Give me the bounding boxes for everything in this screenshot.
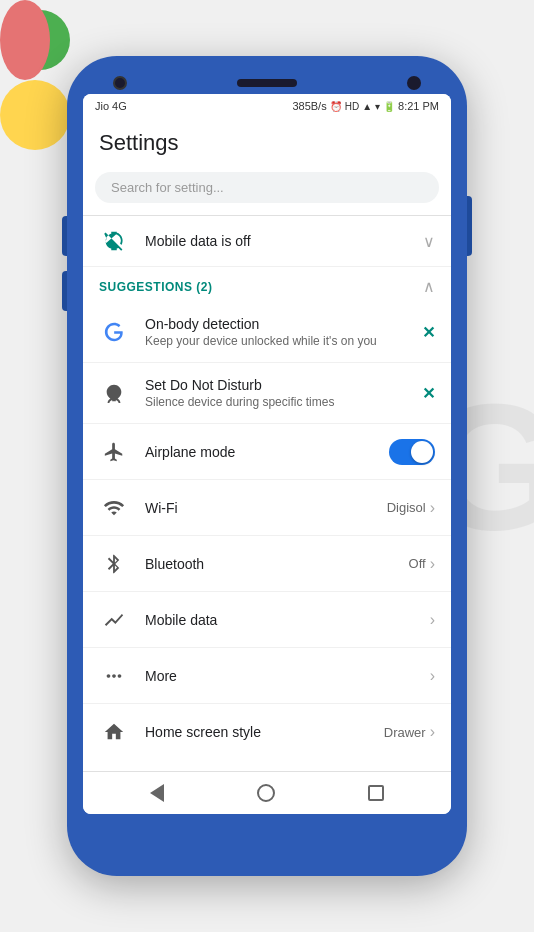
airplane-content: Airplane mode xyxy=(145,444,389,460)
home-screen-chevron-icon: › xyxy=(430,723,435,741)
signal-icon: ▲ xyxy=(362,101,372,112)
airplane-icon xyxy=(99,441,129,463)
bluetooth-value: Off xyxy=(409,556,426,571)
chevron-up-icon: ∧ xyxy=(423,277,435,296)
wifi-title: Wi-Fi xyxy=(145,500,387,516)
more-icon xyxy=(99,665,129,687)
on-body-subtitle: Keep your device unlocked while it's on … xyxy=(145,334,422,348)
airplane-toggle-container[interactable] xyxy=(389,439,435,465)
setting-item-home-screen[interactable]: Home screen style Drawer › xyxy=(83,704,451,760)
navigation-bar xyxy=(83,771,451,814)
wifi-status-icon: ▾ xyxy=(375,101,380,112)
back-button[interactable] xyxy=(150,784,164,802)
mobile-data-off-content: Mobile data is off xyxy=(145,233,423,249)
suggestions-header[interactable]: SUGGESTIONS (2) ∧ xyxy=(83,267,451,302)
dnd-title: Set Do Not Disturb xyxy=(145,377,422,393)
phone-bottom xyxy=(83,814,451,826)
dnd-dismiss[interactable]: ✕ xyxy=(422,384,435,403)
mobile-data-chevron-icon: › xyxy=(430,611,435,629)
suggestion-item-on-body[interactable]: On-body detection Keep your device unloc… xyxy=(83,302,451,363)
airplane-title: Airplane mode xyxy=(145,444,389,460)
mobile-data-off-icon xyxy=(99,230,129,252)
alarm-icon: ⏰ xyxy=(330,101,342,112)
phone-top xyxy=(83,72,451,94)
home-button[interactable] xyxy=(257,784,275,802)
google-icon xyxy=(99,321,129,343)
phone-screen: Jio 4G 385B/s ⏰ HD ▲ ▾ 🔋 8:21 PM Setting… xyxy=(83,94,451,814)
close-icon[interactable]: ✕ xyxy=(422,384,435,403)
bluetooth-content: Bluetooth xyxy=(145,556,409,572)
dnd-icon xyxy=(99,382,129,404)
setting-item-more[interactable]: More › xyxy=(83,648,451,704)
power-button[interactable] xyxy=(467,196,472,256)
time-label: 8:21 PM xyxy=(398,100,439,112)
wifi-chevron-icon: › xyxy=(430,499,435,517)
dnd-content: Set Do Not Disturb Silence device during… xyxy=(145,377,422,409)
more-content: More xyxy=(145,668,430,684)
volume-up-button[interactable] xyxy=(62,216,67,256)
suggestion-item-dnd[interactable]: Set Do Not Disturb Silence device during… xyxy=(83,363,451,424)
mobile-data-chevron-container: › xyxy=(430,611,435,629)
suggestions-label: SUGGESTIONS (2) xyxy=(99,280,213,294)
setting-item-bluetooth[interactable]: Bluetooth Off › xyxy=(83,536,451,592)
more-title: More xyxy=(145,668,430,684)
bluetooth-value-container: Off › xyxy=(409,555,435,573)
home-screen-content: Home screen style xyxy=(145,724,384,740)
more-chevron-icon: › xyxy=(430,667,435,685)
speaker-grille xyxy=(237,79,297,87)
back-icon xyxy=(150,784,164,802)
status-icons: 385B/s ⏰ HD ▲ ▾ 🔋 8:21 PM xyxy=(292,100,439,112)
dnd-subtitle: Silence device during specific times xyxy=(145,395,422,409)
on-body-title: On-body detection xyxy=(145,316,422,332)
mobile-data-off-text: Mobile data is off xyxy=(145,233,423,249)
close-icon[interactable]: ✕ xyxy=(422,323,435,342)
search-bar[interactable]: Search for setting... xyxy=(95,172,439,203)
bg-decoration-yellow xyxy=(0,80,70,150)
search-placeholder: Search for setting... xyxy=(111,180,224,195)
setting-item-wifi[interactable]: Wi-Fi Digisol › xyxy=(83,480,451,536)
mobile-data-chevron: ∨ xyxy=(423,232,435,251)
airplane-toggle[interactable] xyxy=(389,439,435,465)
mobile-data-title: Mobile data xyxy=(145,612,430,628)
wifi-value-container: Digisol › xyxy=(387,499,435,517)
setting-item-mobile-data[interactable]: Mobile data › xyxy=(83,592,451,648)
bluetooth-chevron-icon: › xyxy=(430,555,435,573)
settings-list: Mobile data is off ∨ SUGGESTIONS (2) ∧ xyxy=(83,216,451,771)
volume-down-button[interactable] xyxy=(62,271,67,311)
data-speed-label: 385B/s xyxy=(292,100,326,112)
home-screen-value-container: Drawer › xyxy=(384,723,435,741)
proximity-sensor xyxy=(407,76,421,90)
home-screen-title: Home screen style xyxy=(145,724,384,740)
status-bar: Jio 4G 385B/s ⏰ HD ▲ ▾ 🔋 8:21 PM xyxy=(83,94,451,118)
bg-decoration-red xyxy=(0,0,50,80)
home-nav-icon xyxy=(257,784,275,802)
on-body-content: On-body detection Keep your device unloc… xyxy=(145,316,422,348)
carrier-label: Jio 4G xyxy=(95,100,127,112)
wifi-content: Wi-Fi xyxy=(145,500,387,516)
wifi-icon xyxy=(99,497,129,519)
bluetooth-icon xyxy=(99,553,129,575)
bluetooth-title: Bluetooth xyxy=(145,556,409,572)
phone-frame: Jio 4G 385B/s ⏰ HD ▲ ▾ 🔋 8:21 PM Setting… xyxy=(67,56,467,876)
app-header: Settings xyxy=(83,118,451,164)
mobile-data-content: Mobile data xyxy=(145,612,430,628)
mobile-data-chart-icon xyxy=(99,609,129,631)
home-screen-value: Drawer xyxy=(384,725,426,740)
battery-icon: 🔋 xyxy=(383,101,395,112)
recents-icon xyxy=(368,785,384,801)
hd-label: HD xyxy=(345,101,359,112)
home-icon xyxy=(99,721,129,743)
setting-item-airplane[interactable]: Airplane mode xyxy=(83,424,451,480)
on-body-dismiss[interactable]: ✕ xyxy=(422,323,435,342)
more-chevron-container: › xyxy=(430,667,435,685)
mobile-data-banner[interactable]: Mobile data is off ∨ xyxy=(83,216,451,267)
front-camera xyxy=(113,76,127,90)
recents-button[interactable] xyxy=(368,785,384,801)
wifi-value: Digisol xyxy=(387,500,426,515)
chevron-down-icon: ∨ xyxy=(423,232,435,251)
page-title: Settings xyxy=(99,130,435,156)
